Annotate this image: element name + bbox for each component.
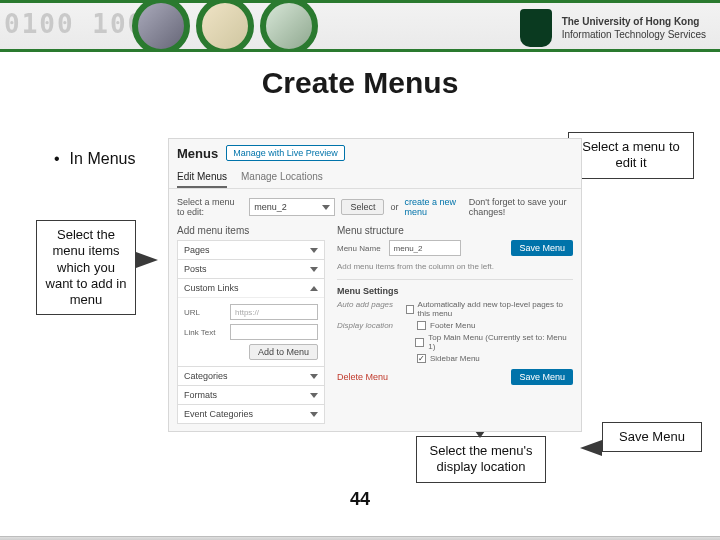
callout-display-location: Select the menu's display location: [416, 436, 546, 483]
url-input[interactable]: https://: [230, 304, 318, 320]
menu-name-input[interactable]: menu_2: [389, 240, 461, 256]
org-name: The University of Hong Kong: [562, 15, 706, 28]
callout-pointer: [136, 252, 158, 268]
chevron-down-icon: [310, 393, 318, 398]
header-circle: [260, 0, 318, 52]
structure-heading: Menu structure: [337, 225, 573, 236]
chevron-down-icon: [310, 412, 318, 417]
add-items-heading: Add menu items: [177, 225, 325, 236]
wp-menus-panel: Menus Manage with Live Preview Edit Menu…: [168, 138, 582, 432]
add-to-menu-button[interactable]: Add to Menu: [249, 344, 318, 360]
save-hint: Don't forget to save your changes!: [469, 197, 573, 217]
slide-body: In Menus Select a menu to edit it Select…: [0, 100, 720, 520]
save-menu-button-bottom[interactable]: Save Menu: [511, 369, 573, 385]
chevron-up-icon: [310, 286, 318, 291]
loc-sidebar-checkbox[interactable]: [417, 354, 426, 363]
wp-tabs: Edit Menus Manage Locations: [169, 167, 581, 189]
acc-formats[interactable]: Formats: [178, 386, 324, 404]
shield-icon: [520, 9, 552, 47]
wp-page-title: Menus: [177, 146, 218, 161]
display-location-label: Display location: [337, 321, 417, 330]
live-preview-button[interactable]: Manage with Live Preview: [226, 145, 345, 161]
select-menu-label: Select a menu to edit:: [177, 197, 243, 217]
acc-custom-links[interactable]: Custom Links: [178, 279, 324, 297]
menu-settings-heading: Menu Settings: [337, 286, 573, 296]
tab-edit-menus[interactable]: Edit Menus: [177, 167, 227, 188]
select-button[interactable]: Select: [341, 199, 384, 215]
header-circle: [132, 0, 190, 52]
acc-pages[interactable]: Pages: [178, 241, 324, 259]
org-dept: Information Technology Services: [562, 28, 706, 41]
delete-menu-link[interactable]: Delete Menu: [337, 366, 388, 388]
org-logo: The University of Hong Kong Information …: [520, 9, 706, 47]
save-menu-button[interactable]: Save Menu: [511, 240, 573, 256]
structure-hint: Add menu items from the column on the le…: [337, 262, 573, 271]
header-images: [132, 0, 318, 52]
callout-select-menu: Select a menu to edit it: [568, 132, 694, 179]
loc-top-checkbox[interactable]: [415, 338, 424, 347]
chevron-down-icon: [310, 267, 318, 272]
acc-categories[interactable]: Categories: [178, 367, 324, 385]
acc-posts[interactable]: Posts: [178, 260, 324, 278]
loc-footer-checkbox[interactable]: [417, 321, 426, 330]
chevron-down-icon: [310, 374, 318, 379]
acc-event-categories[interactable]: Event Categories: [178, 405, 324, 423]
chevron-down-icon: [322, 205, 330, 210]
menu-name-label: Menu Name: [337, 244, 381, 253]
callout-select-items: Select the menu items which you want to …: [36, 220, 136, 315]
menu-select[interactable]: menu_2: [249, 198, 335, 216]
or-text: or: [390, 202, 398, 212]
linktext-label: Link Text: [184, 328, 224, 337]
url-label: URL: [184, 308, 224, 317]
header-circle: [196, 0, 254, 52]
linktext-input[interactable]: [230, 324, 318, 340]
bullet-in-menus: In Menus: [54, 150, 135, 168]
auto-add-checkbox[interactable]: [406, 305, 414, 314]
slide-title: Create Menus: [0, 66, 720, 100]
slide-header: 0100 10001 The University of Hong Kong I…: [0, 0, 720, 52]
menu-select-value: menu_2: [254, 202, 287, 212]
footer-rule: [0, 536, 720, 540]
page-number: 44: [0, 489, 720, 510]
callout-pointer: [580, 440, 602, 456]
callout-save-menu: Save Menu: [602, 422, 702, 452]
tab-manage-locations[interactable]: Manage Locations: [241, 167, 323, 188]
create-menu-link[interactable]: create a new menu: [405, 197, 463, 217]
chevron-down-icon: [310, 248, 318, 253]
auto-add-label: Auto add pages: [337, 300, 406, 318]
